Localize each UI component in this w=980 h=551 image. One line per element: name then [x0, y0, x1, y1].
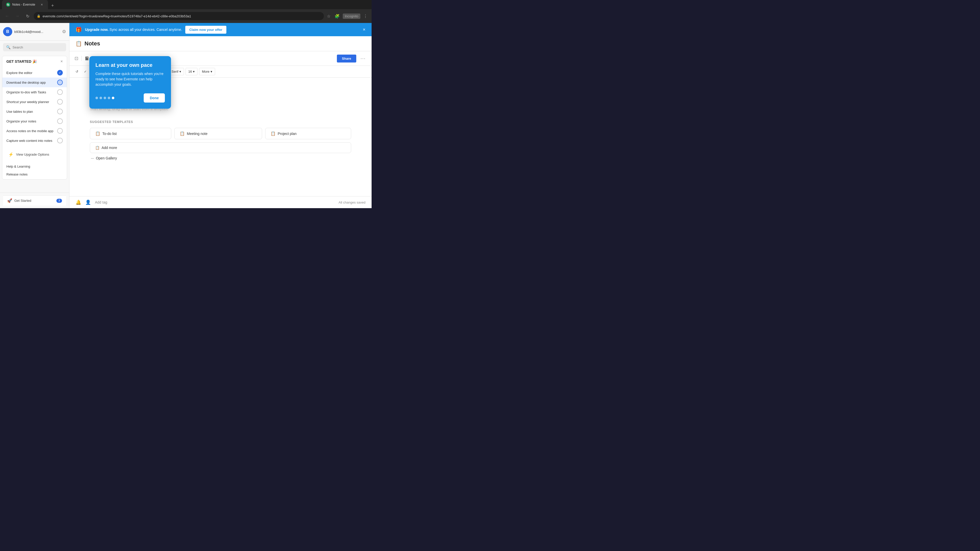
checklist-item-tables[interactable]: Use tables to plan [2, 106, 67, 116]
font-size-chevron: ▾ [193, 70, 195, 73]
lock-icon: 🔒 [37, 14, 41, 18]
address-text: evernote.com/client/web?login=true&newRe… [43, 14, 321, 18]
settings-icon[interactable]: ⚙ [62, 29, 66, 35]
get-started-close-button[interactable]: × [60, 59, 63, 64]
add-more-icon: 📋 [95, 146, 100, 150]
popup-dot-3 [103, 97, 106, 99]
popup-dots [95, 97, 115, 99]
sidebar-header: B b93b1c4d@mood... ⚙ [0, 23, 69, 41]
add-more-button[interactable]: 📋 Add more [90, 142, 351, 153]
upgrade-link[interactable]: ⚡ View Upgrade Options [2, 149, 67, 159]
popup-dot-1 [95, 97, 98, 99]
expand-icon[interactable]: ⊡ [75, 56, 78, 61]
checklist-item-capture[interactable]: Capture web content into notes [2, 136, 67, 145]
banner-text-bold: Upgrade now. [85, 27, 108, 32]
release-notes-label: Release notes [6, 172, 27, 176]
notebook-icon: 📓 [85, 56, 89, 60]
more-label: More [202, 70, 210, 73]
banner-close-button[interactable]: × [363, 27, 366, 32]
browser-chrome: 🐘 Notes - Evernote × + ← → ↻ 🔒 evernote.… [0, 0, 372, 23]
main-content: 🎁 Upgrade now. Sync across all your devi… [69, 23, 372, 208]
share-button[interactable]: Share [337, 55, 356, 62]
popup-footer: Done [95, 94, 165, 103]
footer-actions: 🔔 👤 Add tag [76, 200, 107, 205]
undo-icon: ↺ [76, 70, 78, 73]
help-learning-label: Help & Learning [6, 165, 30, 168]
checklist-item-mobile[interactable]: Access notes on the mobile app [2, 126, 67, 136]
search-bar[interactable]: 🔍 [3, 43, 66, 51]
checklist-item-planner[interactable]: Shortcut your weekly planner [2, 97, 67, 106]
tab-bar: 🐘 Notes - Evernote × + [0, 0, 372, 9]
search-input[interactable] [13, 45, 63, 49]
open-gallery-label: Open Gallery [96, 156, 117, 160]
tab-close-button[interactable]: × [40, 2, 44, 7]
more-dropdown[interactable]: More ▾ [199, 68, 215, 75]
add-tag-button[interactable]: Add tag [95, 200, 107, 204]
banner-text-rest: Sync across all your devices. Cancel any… [110, 27, 182, 32]
active-tab[interactable]: 🐘 Notes - Evernote × [2, 0, 48, 9]
claim-offer-button[interactable]: Claim now your offer [185, 26, 226, 34]
sidebar: B b93b1c4d@mood... ⚙ 🔍 GET STARTED 🎉 × E… [0, 23, 69, 208]
upgrade-icon: ⚡ [8, 152, 14, 157]
checklist-label-organize: Organize your notes [6, 119, 36, 123]
open-gallery-button[interactable]: ··· Open Gallery [90, 153, 351, 163]
suggested-label: SUGGESTED TEMPLATES [90, 120, 351, 124]
popup-dot-4 [108, 97, 110, 99]
forward-button[interactable]: → [13, 12, 21, 20]
font-size-dropdown[interactable]: 16 ▾ [186, 68, 197, 75]
checklist-label-tasks: Organize to-dos with Tasks [6, 90, 46, 94]
checklist-label-planner: Shortcut your weekly planner [6, 100, 49, 104]
upgrade-label: View Upgrade Options [16, 152, 49, 156]
notes-title: 📋 Notes [76, 40, 100, 47]
reload-button[interactable]: ↻ [24, 12, 32, 20]
popup-text: Complete these quick tutorials when you'… [95, 71, 165, 87]
template-todo[interactable]: 📋 To-do list [90, 128, 171, 139]
checklist-circle-capture [57, 138, 63, 143]
checklist-item-download[interactable]: Download the desktop app [2, 78, 67, 87]
get-started-footer: 🚀 Get Started 7 [3, 195, 66, 206]
notification-banner: 🎁 Upgrade now. Sync across all your devi… [69, 23, 372, 36]
checklist-item-explore[interactable]: Explore the editor ✓ [2, 68, 67, 78]
add-more-label: Add more [102, 146, 117, 150]
checklist-circle-tables [57, 109, 63, 114]
template-meeting-label: Meeting note [187, 132, 207, 136]
bookmark-button[interactable]: ☆ [326, 13, 331, 20]
more-chevron: ▾ [210, 70, 212, 73]
task-check-button[interactable]: ✓ [82, 68, 89, 75]
check-icon: ✓ [84, 70, 87, 73]
checklist-circle-mobile [57, 128, 63, 134]
banner-content: 🎁 Upgrade now. Sync across all your devi… [76, 26, 226, 34]
get-started-title: GET STARTED 🎉 [6, 59, 37, 64]
template-grid: 📋 To-do list 📋 Meeting note 📋 Project pl… [90, 128, 351, 139]
template-meeting[interactable]: 📋 Meeting note [174, 128, 262, 139]
done-button[interactable]: Done [144, 94, 165, 103]
editor-more-button[interactable]: ⋯ [360, 54, 366, 62]
address-bar[interactable]: 🔒 evernote.com/client/web?login=true&new… [34, 12, 324, 20]
sidebar-links: ⚡ View Upgrade Options [2, 148, 67, 162]
suggested-templates: SUGGESTED TEMPLATES 📋 To-do list 📋 Meeti… [90, 120, 351, 163]
extensions-button[interactable]: 🧩 [334, 13, 341, 20]
back-button[interactable]: ← [3, 12, 11, 20]
template-meeting-icon: 📋 [180, 131, 185, 136]
template-project[interactable]: 📋 Project plan [265, 128, 351, 139]
banner-icon: 🎁 [76, 27, 82, 33]
open-gallery-dots-icon: ··· [91, 156, 94, 160]
menu-button[interactable]: ⋮ [363, 13, 369, 20]
tab-title: Notes - Evernote [12, 3, 38, 6]
new-tab-button[interactable]: + [49, 2, 56, 9]
footer-get-started[interactable]: 🚀 Get Started [7, 198, 31, 203]
checklist-item-organize[interactable]: Organize your notes [2, 116, 67, 126]
notes-header: 📋 Notes [69, 36, 372, 51]
undo-button[interactable]: ↺ [73, 68, 80, 75]
release-notes-link[interactable]: Release notes [2, 170, 67, 178]
template-project-label: Project plan [278, 132, 297, 136]
checklist-circle-download [57, 79, 63, 85]
help-learning-link[interactable]: Help & Learning [2, 162, 67, 170]
get-started-panel: GET STARTED 🎉 × Explore the editor ✓ Dow… [2, 56, 67, 179]
profile-button[interactable]: Incognito [343, 14, 360, 19]
share-icon-button[interactable]: 👤 [85, 200, 91, 205]
bell-button[interactable]: 🔔 [76, 200, 81, 205]
sidebar-scroll: GET STARTED 🎉 × Explore the editor ✓ Dow… [0, 54, 69, 192]
checklist-item-tasks[interactable]: Organize to-dos with Tasks [2, 87, 67, 97]
checklist-label-tables: Use tables to plan [6, 110, 33, 114]
